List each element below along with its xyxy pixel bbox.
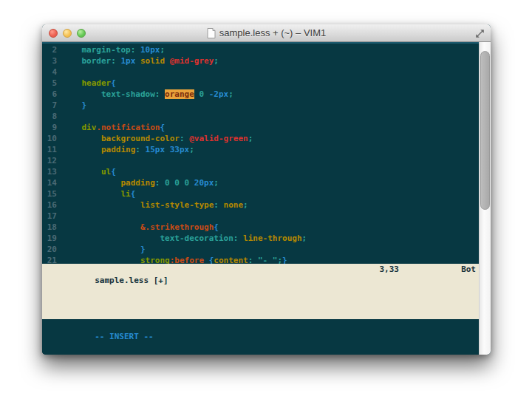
code-line[interactable]: 4 <box>42 66 479 78</box>
code-line[interactable]: 11 padding: 15px 33px; <box>42 144 479 155</box>
search-highlight: orange <box>165 89 194 99</box>
code-token: list-style-type <box>140 200 214 210</box>
code-line[interactable]: 19 text-decoration: line-through; <box>42 233 479 244</box>
code-token <box>62 123 82 132</box>
code-token <box>62 56 82 66</box>
code-token: ; <box>189 145 194 154</box>
line-number: 18 <box>42 222 62 233</box>
close-button[interactable] <box>49 29 58 38</box>
code-token: { <box>111 167 116 177</box>
code-token: 20px <box>194 178 214 188</box>
code-line[interactable]: 10 background-color: @valid-green; <box>42 133 479 144</box>
code-token: line-through <box>243 233 301 243</box>
desktop: sample.less + (~) – VIM1 2 margin-top: 1… <box>0 0 532 413</box>
window-title-text: sample.less + (~) – VIM1 <box>219 27 327 38</box>
code-token <box>62 100 82 110</box>
code-token: 10px <box>140 45 160 55</box>
code-token: :before <box>170 256 204 264</box>
code-line[interactable]: 6 text-shadow: orange 0 -2px; <box>42 89 479 100</box>
scrollbar-thumb[interactable] <box>480 51 490 210</box>
window-content: 2 margin-top: 10px;3 border: 1px solid @… <box>42 42 491 355</box>
code-token: : <box>135 145 140 154</box>
code-token <box>189 178 194 188</box>
code-token <box>62 233 160 243</box>
scrollbar-track[interactable] <box>479 42 491 355</box>
zoom-button[interactable] <box>77 29 86 38</box>
code-token <box>116 56 121 66</box>
code-token: ; <box>160 45 165 55</box>
code-token: border <box>82 56 112 66</box>
code-token <box>165 56 170 66</box>
code-token <box>219 200 224 210</box>
code-area[interactable]: 2 margin-top: 10px;3 border: 1px solid @… <box>42 42 479 264</box>
code-token: } <box>82 100 87 110</box>
code-line[interactable]: 9 div.notification{ <box>42 122 479 133</box>
code-token: 33px <box>170 145 190 154</box>
code-token <box>62 178 120 188</box>
code-line[interactable]: 20 } <box>42 244 479 255</box>
window-titlebar[interactable]: sample.less + (~) – VIM1 <box>42 24 491 42</box>
code-line[interactable]: 17 <box>42 211 479 222</box>
code-line[interactable]: 14 padding: 0 0 0 20px; <box>42 177 479 188</box>
code-token <box>62 145 101 154</box>
code-token: ; <box>302 233 307 243</box>
minimize-button[interactable] <box>63 29 72 38</box>
code-token <box>204 256 209 264</box>
line-number: 21 <box>42 255 62 264</box>
code-token <box>62 45 82 55</box>
line-number: 9 <box>42 122 62 133</box>
code-token: 1px <box>121 56 136 66</box>
code-token: ; <box>243 200 248 210</box>
line-number: 15 <box>42 188 62 199</box>
code-token: ; <box>214 178 219 188</box>
vim-window: sample.less + (~) – VIM1 2 margin-top: 1… <box>42 24 491 355</box>
cursor-position: 3,33 <box>380 264 400 275</box>
code-token: "- " <box>258 256 278 264</box>
line-number: 6 <box>42 89 62 100</box>
code-token <box>165 145 170 154</box>
code-token: : <box>180 134 185 143</box>
code-token <box>62 222 140 232</box>
code-token <box>62 134 101 143</box>
code-token <box>62 78 82 88</box>
editor-pane: 2 margin-top: 10px;3 border: 1px solid @… <box>42 42 479 355</box>
code-token: &.strikethrough <box>140 222 214 232</box>
code-line[interactable]: 2 margin-top: 10px; <box>42 44 479 55</box>
code-token: -2px <box>209 89 229 99</box>
code-token: ul <box>101 167 111 177</box>
code-line[interactable]: 15 li{ <box>42 188 479 199</box>
code-token: solid <box>140 56 165 66</box>
code-token: } <box>282 256 287 264</box>
code-line[interactable]: 18 &.strikethrough{ <box>42 222 479 233</box>
code-line[interactable]: 3 border: 1px solid @mid-grey; <box>42 55 479 66</box>
code-line[interactable]: 7 } <box>42 100 479 111</box>
line-number: 10 <box>42 133 62 144</box>
code-token: margin-top <box>82 45 131 55</box>
code-line[interactable]: 8 <box>42 111 479 122</box>
fullscreen-icon[interactable] <box>475 28 485 38</box>
code-token <box>62 89 101 99</box>
code-line[interactable]: 16 list-style-type: none; <box>42 199 479 211</box>
code-token: ; <box>248 134 253 143</box>
code-token: { <box>131 189 136 199</box>
line-number: 8 <box>42 111 62 122</box>
line-number: 20 <box>42 244 62 255</box>
code-token <box>62 167 101 177</box>
line-number: 11 <box>42 144 62 155</box>
code-line[interactable]: 21 strong:before {content: "- ";} <box>42 255 479 264</box>
code-token: : <box>111 56 116 66</box>
code-token <box>62 189 120 199</box>
code-token: @mid-grey <box>170 56 214 66</box>
code-token: @valid-green <box>189 134 248 143</box>
code-line[interactable]: 13 ul{ <box>42 166 479 177</box>
code-token: text-decoration <box>160 233 233 243</box>
code-token: ; <box>228 89 233 99</box>
line-number: 19 <box>42 233 62 244</box>
code-token: strong <box>140 256 170 264</box>
command-line: -- INSERT -- <box>42 319 479 355</box>
code-token: padding <box>101 145 135 154</box>
code-line[interactable]: 5 header{ <box>42 78 479 89</box>
scroll-position: Bot <box>461 264 476 275</box>
code-line[interactable]: 12 <box>42 155 479 166</box>
line-number: 14 <box>42 177 62 188</box>
